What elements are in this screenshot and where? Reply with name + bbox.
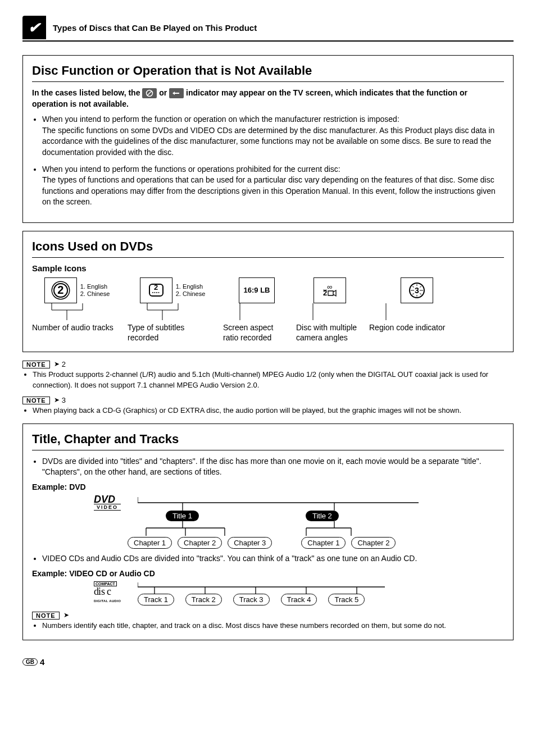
icon-aspect: 16:9 LB Screen aspect ratio recorded (223, 277, 290, 343)
chapter-pill: Chapter 2 (351, 537, 396, 549)
camera-num: 2 (323, 290, 327, 296)
camera-angles-icon: ∞ 2 (314, 277, 346, 303)
icon-subtitles: 2 ▪▪▪▪ 1. English 2. Chinese Type of sub… (128, 277, 217, 343)
aspect-caption: Screen aspect ratio recorded (223, 322, 290, 343)
icon-camera: ∞ 2 Disc with multiple camera angles (296, 277, 364, 343)
chapter-pill: Chapter 3 (228, 537, 272, 549)
title-pill: Title 1 (166, 511, 199, 521)
cd-logo-mid: disc (94, 586, 133, 598)
audio-langs: 1. English 2. Chinese (80, 283, 110, 298)
section3-bullets: DVDs are divided into "titles" and "chap… (32, 456, 504, 478)
cd-logo-bottom: DIGITAL AUDIO (94, 599, 121, 603)
aspect-ratio-icon: 16:9 LB (239, 277, 275, 303)
note-final-list: Numbers identify each title, chapter, an… (32, 621, 504, 631)
chapter-pill: Chapter 2 (178, 537, 222, 549)
note-3-text: When playing back a CD-G (Graphics) or C… (33, 406, 514, 416)
region-badge: GB (22, 658, 38, 666)
track-pill: Track 1 (138, 594, 174, 605)
section1-bullets: When you intend to perform the function … (32, 114, 504, 208)
page-footer: GB 4 (22, 657, 514, 667)
note-number: 3 (62, 396, 66, 404)
region-code-icon: 3 (401, 277, 433, 303)
intro-mid: or (159, 88, 169, 97)
cd-diagram: COMPACT disc DIGITAL AUDIO Track 1 Track… (94, 581, 504, 605)
subtitle-count-icon: 2 ▪▪▪▪ (149, 284, 163, 297)
track-pill: Track 5 (328, 594, 365, 605)
svg-line-1 (147, 91, 152, 95)
note-2-list: This Product supports 2-channel (L/R) au… (22, 370, 514, 390)
prohibit-icon (142, 88, 157, 98)
icon-audio-tracks: 2 1. English 2. Chinese Number of audio … (32, 277, 122, 333)
dvd-logo-bottom: VIDEO (94, 504, 121, 511)
section-disc-function: Disc Function or Operation that is Not A… (22, 55, 514, 223)
region-num: 3 (414, 286, 420, 295)
chapter-pill: Chapter 1 (301, 537, 346, 549)
globe-icon: 3 (409, 283, 425, 298)
section3-bullets-2: VIDEO CDs and Audio CDs are divided into… (32, 553, 504, 564)
bullet-item: When you intend to perform the functions… (42, 164, 504, 208)
tree-connector (138, 521, 419, 537)
title-pill: Title 2 (306, 511, 339, 521)
section2-heading: Icons Used on DVDs (32, 239, 504, 258)
note-2-row: NOTE ➤ 2 (22, 360, 514, 368)
camera-icon: ∞ 2 (323, 284, 337, 297)
svg-text:s: s (101, 586, 105, 596)
section-icons: Icons Used on DVDs Sample Icons 2 1. Eng… (22, 231, 514, 352)
section3-heading: Title, Chapter and Tracks (32, 432, 504, 450)
cd-logo-top: COMPACT (94, 581, 117, 586)
svg-text:c: c (107, 586, 111, 596)
subtitles-caption: Type of subtitles recorded (128, 322, 217, 343)
speaker-count-icon: 2 (53, 283, 68, 298)
note-3-list: When playing back a CD-G (Graphics) or C… (22, 406, 514, 416)
track-pill: Track 2 (185, 594, 222, 605)
note-label: NOTE (32, 612, 60, 620)
arrow-icon: ➤ (54, 360, 60, 368)
aspect-text: 16:9 LB (244, 286, 270, 294)
sample-icons-row: 2 1. English 2. Chinese Number of audio … (32, 277, 504, 343)
section1-heading: Disc Function or Operation that is Not A… (32, 63, 504, 82)
track-pill: Track 4 (281, 594, 317, 605)
example-dvd-label: Example: DVD (32, 482, 504, 491)
section1-intro: In the cases listed below, the or indica… (32, 88, 504, 110)
bullet-lead: When you intend to perform the function … (42, 115, 399, 124)
bullet-item: When you intend to perform the function … (42, 114, 504, 158)
tree-connector (138, 581, 396, 594)
note-label: NOTE (22, 397, 50, 404)
note-label: NOTE (22, 361, 50, 368)
page-header: ✔ Types of Discs that Can Be Played on T… (22, 16, 514, 42)
subtitles-icon: 2 ▪▪▪▪ (140, 277, 172, 303)
note-number: 2 (62, 360, 66, 368)
camera-caption: Disc with multiple camera angles (296, 322, 364, 343)
audio-tracks-icon: 2 (44, 277, 77, 303)
example-cd-label: Example: VIDEO CD or Audio CD (32, 569, 504, 578)
arrow-icon: ➤ (54, 396, 60, 404)
note-final-row: NOTE ➤ (32, 611, 504, 620)
note-final-text: Numbers identify each title, chapter, an… (42, 621, 504, 631)
note-2-text: This Product supports 2-channel (L/R) au… (33, 370, 514, 390)
section3-bullet1: DVDs are divided into "titles" and "chap… (42, 456, 504, 478)
disc-check-icon: ✔ (22, 16, 46, 39)
bullet-body: The specific functions on some DVDs and … (42, 125, 504, 158)
track-pill: Track 3 (233, 594, 270, 605)
region-caption: Region code indicator (369, 322, 445, 333)
dvd-logo-top: DVD (94, 494, 115, 505)
intro-pre: In the cases listed below, the (32, 88, 142, 97)
dvd-logo: DVD VIDEO (94, 495, 133, 511)
subtitle-langs: 1. English 2. Chinese (176, 283, 206, 298)
cd-logo: COMPACT disc DIGITAL AUDIO (94, 581, 133, 603)
section3-bullet2: VIDEO CDs and Audio CDs are divided into… (42, 553, 504, 564)
section-title-chapter: Title, Chapter and Tracks DVDs are divid… (22, 423, 514, 640)
note-3-row: NOTE ➤ 3 (22, 396, 514, 404)
chapter-pill: Chapter 1 (128, 537, 172, 549)
tree-connector (138, 495, 419, 511)
sample-icons-label: Sample Icons (32, 263, 504, 273)
audio-tracks-caption: Number of audio tracks (32, 322, 113, 333)
page-number: 4 (40, 657, 44, 667)
icon-region: 3 Region code indicator (369, 277, 465, 333)
hand-icon (169, 88, 184, 98)
bullet-lead: When you intend to perform the functions… (42, 165, 340, 174)
arrow-icon: ➤ (63, 611, 69, 619)
page-header-title: Types of Discs that Can Be Played on Thi… (53, 23, 257, 33)
dvd-diagram: DVD VIDEO Title 1 Title 2 Chapter 1 Ch (94, 495, 504, 549)
bullet-body: The types of functions and operations th… (42, 175, 504, 208)
